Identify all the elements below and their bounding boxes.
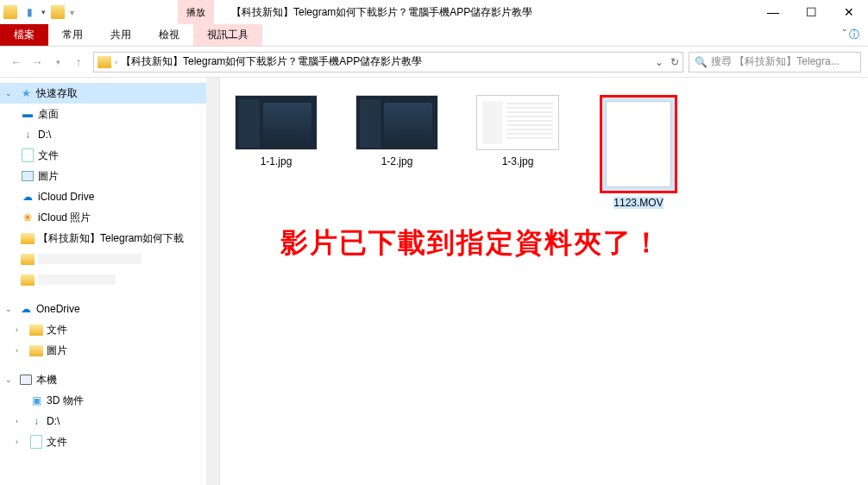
sidebar-blurred-2[interactable] (0, 269, 219, 290)
sidebar-item-label: 圖片 (38, 169, 59, 184)
file-name: 1123.MOV (613, 197, 663, 209)
ribbon-tabs: 檔案 常用 共用 檢視 視訊工具 ˇ ⓘ (0, 24, 868, 47)
sidebar-od-documents[interactable]: › 文件 (0, 319, 219, 340)
sidebar-item-label: 【科技新知】Telegram如何下載 (38, 231, 184, 246)
address-folder-icon (97, 56, 111, 68)
ribbon-tab-view[interactable]: 檢視 (145, 24, 193, 46)
file-item[interactable]: 1-2.jpg (349, 95, 444, 167)
file-list[interactable]: 1-1.jpg 1-2.jpg 1-3.jpg 1123.MOV 影片已下載到指… (220, 78, 868, 485)
sidebar-onedrive[interactable]: ⌄ ☁ OneDrive (0, 299, 219, 319)
highlight-box (600, 95, 677, 193)
folder-icon (21, 231, 35, 245)
chevron-down-icon[interactable]: ⌄ (5, 89, 16, 98)
nav-forward-icon[interactable]: → (28, 53, 47, 72)
sidebar-item-label: iCloud Drive (38, 191, 94, 203)
sidebar-desktop[interactable]: ▬ 桌面 (0, 104, 219, 124)
download-icon: ↓ (21, 128, 35, 142)
onedrive-icon: ☁ (19, 302, 33, 316)
chevron-right-icon[interactable]: › (16, 325, 26, 334)
qa-overflow-icon[interactable]: ▾ (70, 8, 74, 17)
file-item-selected[interactable]: 1123.MOV (591, 95, 686, 209)
ribbon-tab-share[interactable]: 共用 (97, 24, 145, 46)
pc-icon (19, 373, 33, 387)
app-folder-icon (3, 5, 17, 19)
folder-icon (29, 343, 43, 357)
chevron-right-icon[interactable]: › (16, 438, 26, 446)
sidebar-item-label: iCloud 照片 (38, 211, 91, 225)
file-name: 1-3.jpg (502, 155, 534, 167)
sidebar-pictures[interactable]: 圖片 (0, 166, 219, 186)
sidebar-item-label: 快速存取 (36, 86, 78, 101)
blurred-label (38, 274, 116, 285)
title-bar: ▮ ▾ ▾ 播放 【科技新知】Telegram如何下載影片？電腦手機APP儲存影… (0, 0, 868, 24)
ribbon-context-tab-play[interactable]: 播放 (178, 0, 214, 24)
search-placeholder: 搜尋 【科技新知】Telegra... (711, 54, 840, 69)
sidebar-od-pictures[interactable]: › 圖片 (0, 340, 219, 361)
sidebar-scrollbar[interactable] (206, 78, 219, 485)
nav-bar: ← → ▾ ↑ › 【科技新知】Telegram如何下載影片？電腦手機APP儲存… (0, 47, 868, 78)
sidebar-quick-access[interactable]: ⌄ ★ 快速存取 (0, 83, 219, 104)
chevron-down-icon[interactable]: ⌄ (5, 305, 16, 313)
file-item[interactable]: 1-1.jpg (229, 95, 324, 167)
sidebar-item-label: 桌面 (38, 107, 59, 122)
sidebar-3d-objects[interactable]: › ▣ 3D 物件 (0, 390, 219, 411)
chevron-right-icon[interactable]: › (115, 58, 117, 66)
minimize-button[interactable]: — (754, 0, 792, 24)
video-thumbnail (606, 101, 671, 187)
pin-icon: ★ (19, 86, 33, 100)
sidebar-documents[interactable]: 文件 (0, 145, 219, 166)
pictures-icon (21, 169, 35, 183)
image-thumbnail (235, 95, 318, 150)
photos-icon: ❀ (21, 211, 35, 224)
download-icon: ↓ (29, 414, 43, 428)
nav-history-icon[interactable]: ▾ (48, 53, 67, 72)
ribbon-tab-file[interactable]: 檔案 (0, 24, 48, 46)
qa-folder-icon (51, 5, 65, 19)
sidebar-item-label: 圖片 (47, 343, 67, 358)
chevron-right-icon[interactable]: › (16, 417, 26, 425)
search-icon: 🔍 (695, 56, 708, 68)
window-title: 【科技新知】Telegram如何下載影片？電腦手機APP儲存影片教學 (214, 0, 754, 24)
address-dropdown-icon[interactable]: ⌄ (655, 56, 664, 68)
sidebar-item-label: 3D 物件 (47, 394, 84, 408)
sidebar-item-label: 本機 (36, 373, 57, 387)
image-thumbnail (476, 95, 559, 150)
sidebar-icloud-photos[interactable]: ❀ iCloud 照片 (0, 207, 219, 228)
sidebar-item-label: 文件 (47, 435, 67, 450)
nav-back-icon[interactable]: ← (7, 53, 26, 72)
sidebar-pc-d-drive[interactable]: › ↓ D:\ (0, 411, 219, 431)
cloud-icon: ☁ (21, 190, 35, 204)
file-name: 1-1.jpg (261, 155, 292, 167)
address-bar[interactable]: › 【科技新知】Telegram如何下載影片？電腦手機APP儲存影片教學 ⌄ ↻ (93, 52, 683, 72)
chevron-down-icon[interactable]: ⌄ (5, 375, 16, 384)
ribbon-help-icon[interactable]: ˇ ⓘ (829, 24, 868, 46)
file-item[interactable]: 1-3.jpg (470, 95, 565, 167)
refresh-icon[interactable]: ↻ (670, 56, 679, 68)
sidebar-d-drive[interactable]: ↓ D:\ (0, 124, 219, 145)
close-button[interactable]: ✕ (830, 0, 868, 24)
navigation-pane[interactable]: ⌄ ★ 快速存取 ▬ 桌面 ↓ D:\ 文件 圖片 ☁ iCloud Drive… (0, 78, 220, 485)
sidebar-this-pc[interactable]: ⌄ 本機 (0, 369, 219, 390)
sidebar-telegram-folder[interactable]: 【科技新知】Telegram如何下載 (0, 228, 219, 249)
qa-dropdown-icon[interactable]: ▾ (41, 8, 46, 16)
chevron-right-icon[interactable]: › (16, 346, 26, 355)
file-name: 1-2.jpg (381, 155, 413, 167)
blurred-label (38, 254, 142, 264)
sidebar-item-label: D:\ (38, 129, 51, 141)
breadcrumb[interactable]: 【科技新知】Telegram如何下載影片？電腦手機APP儲存影片教學 (121, 54, 422, 69)
document-icon (21, 148, 35, 162)
image-thumbnail (355, 95, 438, 150)
ribbon-tab-home[interactable]: 常用 (48, 24, 97, 46)
sidebar-item-label: D:\ (47, 415, 60, 427)
sidebar-icloud-drive[interactable]: ☁ iCloud Drive (0, 186, 219, 207)
ribbon-tab-video-tools[interactable]: 視訊工具 (193, 24, 262, 46)
annotation-text: 影片已下載到指定資料夾了！ (280, 224, 662, 262)
maximize-button[interactable]: ☐ (792, 0, 830, 24)
search-input[interactable]: 🔍 搜尋 【科技新知】Telegra... (689, 52, 861, 72)
sidebar-item-label: 文件 (38, 148, 59, 163)
sidebar-blurred-1[interactable] (0, 249, 219, 269)
sidebar-item-label: 文件 (47, 323, 67, 337)
sidebar-pc-documents[interactable]: › 文件 (0, 431, 219, 452)
nav-up-icon[interactable]: ↑ (69, 53, 88, 72)
qa-save-icon[interactable]: ▮ (22, 5, 36, 19)
